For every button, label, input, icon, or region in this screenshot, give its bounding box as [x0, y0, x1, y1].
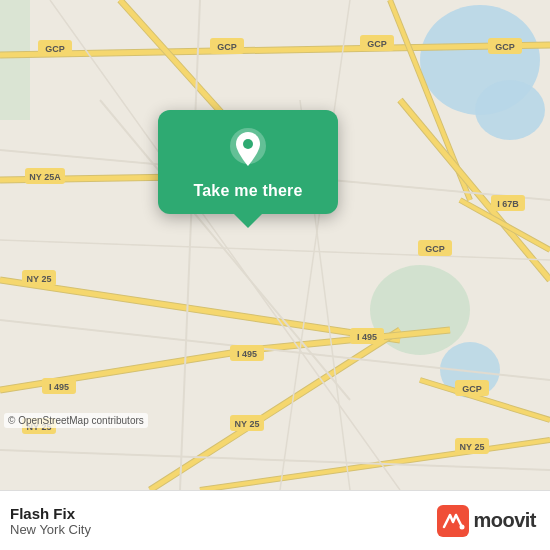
- location-name: Flash Fix: [10, 505, 91, 522]
- svg-text:GCP: GCP: [495, 42, 515, 52]
- svg-text:GCP: GCP: [45, 44, 65, 54]
- moovit-icon: [437, 505, 469, 537]
- svg-rect-4: [0, 0, 30, 120]
- svg-line-16: [200, 440, 550, 490]
- svg-text:I 495: I 495: [237, 349, 257, 359]
- svg-line-37: [0, 240, 550, 260]
- location-city: New York City: [10, 522, 91, 537]
- svg-text:NY 25: NY 25: [27, 274, 52, 284]
- svg-line-14: [0, 280, 400, 340]
- svg-text:GCP: GCP: [217, 42, 237, 52]
- map-container: GCP GCP GCP GCP NY 25A NY 25A NY 25 NY 2…: [0, 0, 550, 490]
- bottom-bar: Flash Fix New York City moovit: [0, 490, 550, 550]
- svg-point-71: [243, 139, 253, 149]
- svg-text:NY 25A: NY 25A: [29, 172, 61, 182]
- svg-text:GCP: GCP: [367, 39, 387, 49]
- svg-line-36: [280, 0, 350, 490]
- svg-text:GCP: GCP: [462, 384, 482, 394]
- location-info: Flash Fix New York City: [10, 505, 91, 537]
- location-popup[interactable]: Take me there: [158, 110, 338, 214]
- moovit-text: moovit: [473, 509, 536, 532]
- svg-point-73: [460, 524, 465, 529]
- svg-text:I 495: I 495: [357, 332, 377, 342]
- take-me-there-button[interactable]: Take me there: [193, 182, 302, 200]
- svg-text:I 495: I 495: [49, 382, 69, 392]
- svg-line-18: [0, 350, 250, 390]
- svg-text:NY 25: NY 25: [235, 419, 260, 429]
- svg-point-1: [475, 80, 545, 140]
- osm-attribution: © OpenStreetMap contributors: [4, 413, 148, 428]
- svg-text:GCP: GCP: [425, 244, 445, 254]
- svg-text:I 67B: I 67B: [497, 199, 519, 209]
- pin-icon: [226, 128, 270, 172]
- svg-text:NY 25: NY 25: [460, 442, 485, 452]
- moovit-logo: moovit: [437, 505, 536, 537]
